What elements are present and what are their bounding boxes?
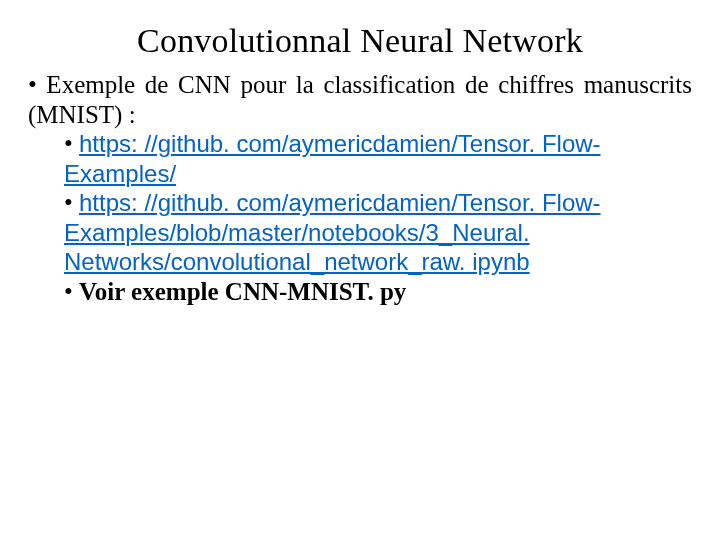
slide-body: • Exemple de CNN pour la classification …	[28, 70, 692, 306]
sub-item-example: • Voir exemple CNN-MNIST. py	[64, 277, 692, 307]
intro-text: Exemple de CNN pour la classification de…	[28, 71, 692, 128]
bullet-item-intro: • Exemple de CNN pour la classification …	[28, 70, 692, 129]
github-examples-link[interactable]: https: //github. com/aymericdamien/Tenso…	[64, 130, 601, 187]
sublist: • https: //github. com/aymericdamien/Ten…	[64, 129, 692, 306]
example-text: Voir exemple CNN-MNIST. py	[79, 278, 406, 305]
bullet-marker: •	[64, 130, 79, 157]
github-notebook-link[interactable]: https: //github. com/aymericdamien/Tenso…	[64, 189, 601, 275]
slide: Convolutionnal Neural Network • Exemple …	[0, 0, 720, 540]
sub-item-link-1: • https: //github. com/aymericdamien/Ten…	[64, 129, 692, 188]
bullet-marker: •	[64, 278, 79, 305]
bullet-marker: •	[28, 71, 46, 98]
slide-title: Convolutionnal Neural Network	[28, 22, 692, 60]
bullet-marker: •	[64, 189, 79, 216]
sub-item-link-2: • https: //github. com/aymericdamien/Ten…	[64, 188, 692, 277]
